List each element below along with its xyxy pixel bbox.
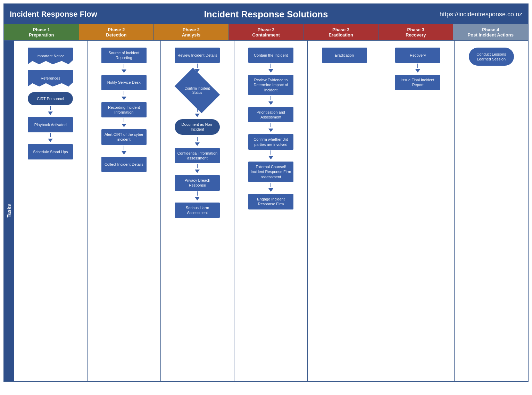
arrow-line2 bbox=[50, 133, 51, 137]
ala3 bbox=[197, 137, 198, 141]
ah2 bbox=[122, 97, 126, 100]
document-non-incident-box[interactable]: Document as Non-Incident bbox=[175, 119, 220, 135]
eradication-box[interactable]: Eradication bbox=[322, 48, 367, 63]
important-notice-box[interactable]: Important Notice bbox=[28, 48, 73, 64]
phase-2-analysis-header: Phase 2 Analysis bbox=[154, 24, 229, 40]
aha4 bbox=[195, 170, 200, 173]
review-evidence-box[interactable]: Review Evidence to Determine Impact of I… bbox=[248, 75, 293, 95]
contain-incident-box[interactable]: Contain the Incident bbox=[248, 48, 293, 63]
arrow-line bbox=[50, 106, 51, 110]
arrow-r1 bbox=[415, 64, 420, 74]
ala5 bbox=[197, 191, 198, 196]
privacy-breach-box[interactable]: Privacy Breach Response bbox=[175, 175, 220, 191]
al2 bbox=[124, 91, 124, 95]
source-incident-box[interactable]: Source of Incident Reporting bbox=[101, 48, 147, 63]
playbook-activated-box[interactable]: Playbook Activated bbox=[28, 117, 73, 132]
recovery-box[interactable]: Recovery bbox=[395, 48, 440, 63]
al1 bbox=[124, 64, 124, 68]
flow-columns: Important Notice References CIRT Personn… bbox=[14, 41, 528, 381]
arrow2 bbox=[122, 91, 126, 101]
alr1 bbox=[417, 64, 418, 68]
confirm-status-diamond-wrapper: Confirm IncidentStatus bbox=[175, 75, 220, 106]
post-incident-items: Conduct Lessons Learned Session bbox=[458, 48, 524, 66]
header-left: Incident Response Flow bbox=[10, 10, 138, 19]
alc1 bbox=[271, 64, 271, 68]
ahc1 bbox=[268, 69, 273, 73]
confidential-assessment-box[interactable]: Confidential information assessment bbox=[175, 148, 220, 164]
aha5 bbox=[195, 197, 200, 200]
al3 bbox=[124, 118, 124, 122]
col-containment: Contain the Incident Review Evidence to … bbox=[234, 41, 308, 381]
col-preparation: Important Notice References CIRT Personn… bbox=[14, 41, 88, 381]
arrow-cirt-playbook bbox=[48, 106, 53, 116]
conduct-lessons-box[interactable]: Conduct Lessons Learned Session bbox=[469, 48, 514, 66]
phase-2-detection-header: Phase 2 Detection bbox=[79, 24, 154, 40]
ah4 bbox=[122, 151, 126, 155]
top-header: Incident Response Flow Incident Response… bbox=[4, 4, 528, 24]
serious-harm-box[interactable]: Serious Harm Assessment bbox=[175, 203, 220, 218]
important-notice-item: Important Notice bbox=[17, 48, 84, 66]
cirt-personnel-box[interactable]: CIRT Personnel bbox=[28, 92, 73, 105]
recording-incident-box[interactable]: Recording Incident Information bbox=[101, 102, 147, 118]
diamond-label: Confirm IncidentStatus bbox=[183, 85, 211, 96]
recovery-items: Recovery Issue Final Incident Report bbox=[385, 48, 451, 90]
arrow-c3 bbox=[268, 123, 273, 133]
external-counsel-box[interactable]: External Counsel/ Incident Response Firm… bbox=[248, 162, 293, 182]
ahc5 bbox=[268, 188, 273, 192]
final-incident-report-box[interactable]: Issue Final Incident Report bbox=[395, 75, 440, 90]
alc5 bbox=[271, 183, 271, 187]
references-box[interactable]: References bbox=[28, 70, 73, 87]
engage-ir-firm-box[interactable]: Engage Incident Response Firm bbox=[248, 194, 293, 209]
ala4 bbox=[197, 164, 198, 168]
phase-3-eradication-header: Phase 3 Eradication bbox=[304, 24, 379, 40]
notify-service-desk-box[interactable]: Notify Service Desk bbox=[101, 75, 147, 90]
containment-items: Contain the Incident Review Evidence to … bbox=[238, 48, 304, 209]
prioritisation-box[interactable]: Prioritisation and Assessment bbox=[248, 107, 293, 123]
aha3 bbox=[195, 142, 200, 146]
arrow3 bbox=[122, 118, 126, 129]
arrow-a3 bbox=[195, 137, 200, 147]
phase-1-header: Phase 1 Preparation bbox=[4, 24, 79, 40]
ahc2 bbox=[268, 101, 273, 105]
col-recovery: Recovery Issue Final Incident Report bbox=[381, 41, 455, 381]
arrow4 bbox=[122, 146, 126, 156]
col-eradication: Eradication bbox=[308, 41, 381, 381]
source-incident-item: Source of Incident Reporting Notify Serv… bbox=[91, 48, 157, 172]
arrow-a4 bbox=[195, 164, 200, 174]
schedule-standup-box[interactable]: Schedule Stand Ups bbox=[28, 144, 73, 159]
arrow-c4 bbox=[268, 150, 273, 161]
ahr1 bbox=[415, 69, 420, 73]
al4 bbox=[124, 146, 124, 150]
cirt-personnel-item: CIRT Personnel Playbook Activated Schedu… bbox=[17, 92, 84, 159]
confirm-3rd-parties-box[interactable]: Confirm whether 3rd parties are involved bbox=[248, 134, 293, 150]
phase-headers: Phase 1 Preparation Phase 2 Detection Ph… bbox=[4, 24, 528, 41]
confirm-status-diamond[interactable]: Confirm IncidentStatus bbox=[175, 68, 220, 113]
aha2 bbox=[195, 114, 200, 117]
phase-3-containment-header: Phase 3 Containment bbox=[229, 24, 304, 40]
ala1 bbox=[197, 64, 198, 68]
ah1 bbox=[122, 69, 126, 73]
eradication-items: Eradication bbox=[311, 48, 377, 63]
alert-cirt-box[interactable]: Alert CIRT of the cyber incident bbox=[101, 129, 147, 145]
arrow-c2 bbox=[268, 96, 273, 106]
references-item: References bbox=[17, 70, 84, 89]
col-post-incident: Conduct Lessons Learned Session bbox=[455, 41, 528, 381]
phase-4-header: Phase 4 Post Incident Actions bbox=[453, 24, 528, 40]
ah3 bbox=[122, 124, 126, 127]
arrow1 bbox=[122, 64, 126, 74]
arrow-playbook-standup bbox=[48, 133, 53, 143]
col-detection: Source of Incident Reporting Notify Serv… bbox=[88, 41, 161, 381]
content-area: Tasks Important Notice References CIRT P… bbox=[4, 41, 528, 381]
ahc4 bbox=[268, 156, 273, 159]
alc4 bbox=[271, 150, 271, 155]
analysis-items: Review Incident Details Confirm Incident… bbox=[164, 48, 231, 218]
alc3 bbox=[271, 123, 271, 127]
arrow-c1 bbox=[268, 64, 273, 74]
ahc3 bbox=[268, 129, 273, 132]
col-analysis: Review Incident Details Confirm Incident… bbox=[161, 41, 234, 381]
phase-3-recovery-header: Phase 3 Recovery bbox=[379, 24, 454, 40]
collect-incident-box[interactable]: Collect Incident Details bbox=[101, 157, 147, 172]
main-container: Incident Response Flow Incident Response… bbox=[3, 3, 529, 382]
review-incident-box[interactable]: Review Incident Details bbox=[175, 48, 220, 63]
arrow-c5 bbox=[268, 183, 273, 193]
